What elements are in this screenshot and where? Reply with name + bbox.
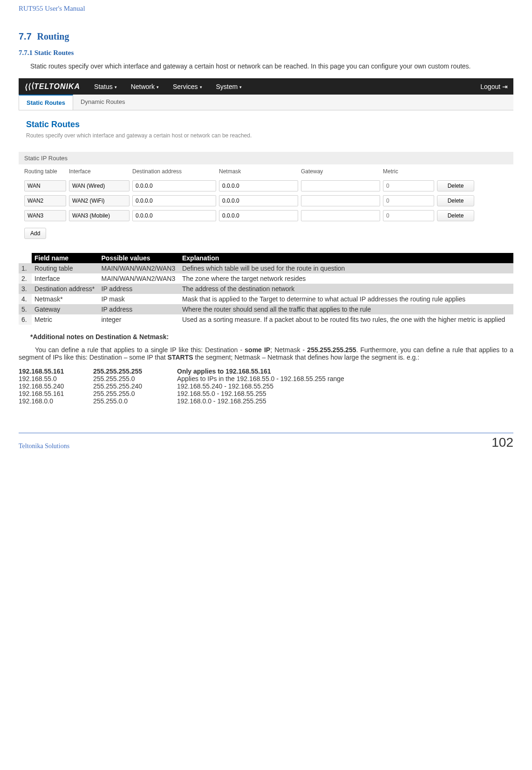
field-num: 3. — [19, 284, 32, 294]
example-ip: 192.168.55.161 — [19, 368, 89, 375]
field-num: 1. — [19, 263, 32, 273]
example-mask: 255.255.255.255 — [93, 368, 172, 375]
nav-system[interactable]: System ▾ — [216, 83, 242, 90]
route-table-header: Routing table Interface Destination addr… — [19, 164, 513, 178]
section-heading: 7.7 Routing — [19, 31, 513, 42]
destination-input[interactable] — [132, 180, 216, 191]
routing-table-select[interactable]: WAN3 — [24, 210, 66, 221]
field-explanation: The address of the destination network — [179, 284, 513, 294]
field-num: 6. — [19, 314, 32, 325]
tab-bar: Static Routes Dynamic Routes — [19, 95, 513, 110]
delete-button[interactable]: Delete — [437, 210, 474, 221]
th-possible-values: Possible values — [99, 253, 179, 263]
field-num: 4. — [19, 294, 32, 304]
doc-header: RUT955 User's Manual — [19, 5, 513, 13]
route-row: WAN3WAN3 (Mobile)Delete — [19, 208, 513, 223]
metric-input[interactable] — [383, 210, 434, 221]
interface-select[interactable]: WAN (Wired) — [69, 180, 130, 191]
field-explanation: Where the router should send all the tra… — [179, 304, 513, 314]
example-ip: 192.168.55.161 — [19, 390, 89, 397]
panel-description: Routes specify over which interface and … — [26, 132, 506, 139]
field-values: IP mask — [99, 294, 179, 304]
netmask-input[interactable] — [219, 180, 298, 191]
field-explanation: Used as a sorting measure. If a packet a… — [179, 314, 513, 325]
delete-button[interactable]: Delete — [437, 180, 474, 191]
netmask-input[interactable] — [219, 195, 298, 206]
nav-status[interactable]: Status ▾ — [94, 83, 117, 90]
metric-input[interactable] — [383, 180, 434, 191]
th-blank — [19, 253, 32, 263]
field-explanation: The zone where the target network reside… — [179, 273, 513, 284]
field-description-table: Field name Possible values Explanation 1… — [19, 253, 513, 325]
field-row: 2.InterfaceMAIN/WAN/WAN2/WAN3The zone wh… — [19, 273, 513, 284]
page-footer: Teltonika Solutions 102 — [19, 433, 513, 450]
interface-select[interactable]: WAN3 (Mobile) — [69, 210, 130, 221]
nav-network[interactable]: Network ▾ — [131, 83, 159, 90]
top-navbar: ⟨⟨⟨TELTONIKA Status ▾ Network ▾ Services… — [19, 78, 513, 95]
col-routing-table: Routing table — [24, 168, 66, 175]
metric-input[interactable] — [383, 195, 434, 206]
destination-input[interactable] — [132, 195, 216, 206]
col-interface: Interface — [69, 168, 130, 175]
field-row: 4.Netmask*IP maskMask that is applied to… — [19, 294, 513, 304]
panel-title: Static Routes — [26, 120, 506, 129]
example-mask: 255.255.0.0 — [93, 397, 172, 405]
field-values: MAIN/WAN/WAN2/WAN3 — [99, 263, 179, 273]
subsection-heading: 7.7.1 Static Routes — [19, 49, 513, 57]
example-desc: 192.168.55.0 - 192.168.55.255 — [177, 390, 513, 397]
add-button[interactable]: Add — [24, 228, 46, 239]
example-ip: 192.168.55.240 — [19, 382, 89, 390]
field-num: 5. — [19, 304, 32, 314]
col-netmask: Netmask — [219, 168, 298, 175]
notes-body: You can define a rule that applies to a … — [19, 346, 513, 361]
destination-input[interactable] — [132, 210, 216, 221]
table-subhead: Static IP Routes — [19, 152, 513, 164]
router-ui-screenshot: ⟨⟨⟨TELTONIKA Status ▾ Network ▾ Services… — [19, 78, 513, 244]
field-values: integer — [99, 314, 179, 325]
netmask-input[interactable] — [219, 210, 298, 221]
notes-title: *Additional notes on Destination & Netma… — [30, 333, 513, 341]
th-explanation: Explanation — [179, 253, 513, 263]
brand-logo: ⟨⟨⟨TELTONIKA — [24, 82, 80, 91]
nav-services[interactable]: Services ▾ — [173, 83, 202, 90]
field-row: 5.GatewayIP addressWhere the router shou… — [19, 304, 513, 314]
field-name: Netmask* — [32, 294, 99, 304]
field-values: IP address — [99, 304, 179, 314]
intro-paragraph: Static routes specify over which interfa… — [19, 62, 513, 70]
examples-grid: 192.168.55.161255.255.255.255Only applie… — [19, 368, 513, 405]
field-row: 3.Destination address*IP addressThe addr… — [19, 284, 513, 294]
logout-link[interactable]: Logout ⇥ — [480, 83, 508, 90]
col-gateway: Gateway — [301, 168, 380, 175]
route-row: WANWAN (Wired)Delete — [19, 178, 513, 193]
gateway-input[interactable] — [301, 210, 380, 221]
example-ip: 192.168.55.0 — [19, 375, 89, 382]
route-row: WAN2WAN2 (WiFi)Delete — [19, 193, 513, 208]
routing-table-select[interactable]: WAN — [24, 180, 66, 191]
example-desc: 192.168.55.240 - 192.168.55.255 — [177, 382, 513, 390]
gateway-input[interactable] — [301, 180, 380, 191]
field-values: MAIN/WAN/WAN2/WAN3 — [99, 273, 179, 284]
col-metric: Metric — [383, 168, 434, 175]
field-row: 1.Routing tableMAIN/WAN/WAN2/WAN3Defines… — [19, 263, 513, 273]
example-desc: Applies to IPs in the 192.168.55.0 - 192… — [177, 375, 513, 382]
page-number: 102 — [491, 435, 513, 450]
delete-button[interactable]: Delete — [437, 195, 474, 206]
th-field-name: Field name — [32, 253, 99, 263]
tab-dynamic-routes[interactable]: Dynamic Routes — [73, 95, 132, 110]
field-name: Interface — [32, 273, 99, 284]
example-desc: 192.168.0.0 - 192.168.255.255 — [177, 397, 513, 405]
routing-table-select[interactable]: WAN2 — [24, 195, 66, 206]
col-destination: Destination address — [132, 168, 216, 175]
field-explanation: Mask that is applied to the Target to de… — [179, 294, 513, 304]
field-name: Destination address* — [32, 284, 99, 294]
field-name: Gateway — [32, 304, 99, 314]
example-mask: 255.255.255.0 — [93, 375, 172, 382]
field-row: 6.MetricintegerUsed as a sorting measure… — [19, 314, 513, 325]
example-mask: 255.255.255.240 — [93, 382, 172, 390]
interface-select[interactable]: WAN2 (WiFi) — [69, 195, 130, 206]
example-desc: Only applies to 192.168.55.161 — [177, 368, 513, 375]
tab-static-routes[interactable]: Static Routes — [19, 95, 73, 110]
example-ip: 192.168.0.0 — [19, 397, 89, 405]
gateway-input[interactable] — [301, 195, 380, 206]
subsection-number: 7.7.1 — [19, 49, 33, 56]
